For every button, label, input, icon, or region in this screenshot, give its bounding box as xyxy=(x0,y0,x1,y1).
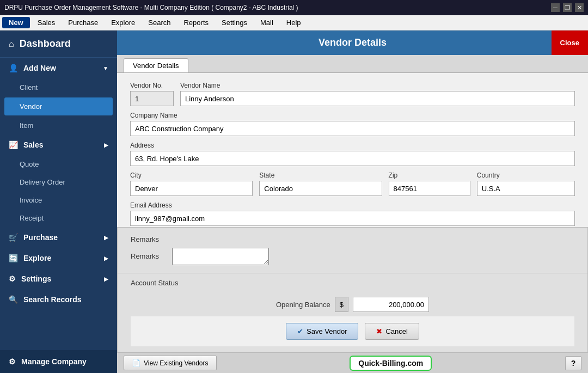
address-group: Address xyxy=(130,142,575,166)
settings-icon xyxy=(9,274,16,283)
remarks-textarea[interactable] xyxy=(172,248,269,265)
close-window-button[interactable]: ✕ xyxy=(575,3,584,12)
menu-explore[interactable]: Explore xyxy=(106,17,140,28)
sidebar-settings-header[interactable]: Settings ▶ xyxy=(0,268,117,289)
window-controls: ─ ❐ ✕ xyxy=(551,3,584,12)
opening-balance-label: Opening Balance xyxy=(276,301,330,309)
app-title: DRPU Purchase Order Management Software … xyxy=(4,4,298,11)
opening-balance-row: Opening Balance $ xyxy=(131,292,574,316)
search-records-label: Search Records xyxy=(23,295,82,304)
sidebar-sales-header[interactable]: Sales ▶ xyxy=(0,134,117,155)
menu-sales[interactable]: Sales xyxy=(32,17,61,28)
sidebar-dashboard[interactable]: Dashboard xyxy=(0,30,117,58)
home-icon xyxy=(9,38,14,50)
panel-title: Vendor Details xyxy=(318,37,387,48)
vendor-no-name-row: Vendor No. Vendor Name xyxy=(130,82,575,106)
account-status-title: Account Status xyxy=(131,279,574,287)
email-row: Email Address xyxy=(130,201,575,226)
sidebar-manage-company[interactable]: Manage Company xyxy=(0,350,117,373)
vendor-name-group: Vendor Name xyxy=(180,82,575,106)
sales-icon xyxy=(9,140,18,149)
sidebar: Dashboard Add New ▼ Client Vendor Item xyxy=(0,30,117,373)
cancel-button[interactable]: Cancel xyxy=(365,323,419,340)
email-input[interactable] xyxy=(130,211,575,226)
sidebar-item-receipt[interactable]: Receipt xyxy=(0,209,117,227)
menu-search[interactable]: Search xyxy=(143,17,176,28)
quick-billing-badge: Quick-Billing.com xyxy=(350,356,432,371)
restore-button[interactable]: ❐ xyxy=(563,3,572,12)
vendor-name-input[interactable] xyxy=(180,91,575,106)
email-group: Email Address xyxy=(130,201,575,226)
action-buttons-row: Save Vendor Cancel xyxy=(131,316,574,346)
sidebar-item-vendor[interactable]: Vendor xyxy=(4,97,113,115)
sidebar-explore-section: Explore ▶ xyxy=(0,248,117,268)
menu-bar: New Sales Purchase Explore Search Report… xyxy=(0,15,588,30)
close-panel-button[interactable]: Close xyxy=(552,30,588,55)
sidebar-purchase-header[interactable]: Purchase ▶ xyxy=(0,227,117,248)
remarks-section: Remarks Remarks xyxy=(117,227,588,273)
sidebar-item-quote[interactable]: Quote xyxy=(0,155,117,173)
zip-input[interactable] xyxy=(389,181,470,196)
account-status-section: Account Status Opening Balance $ Save Ve… xyxy=(117,273,588,352)
explore-arrow: ▶ xyxy=(104,255,108,261)
minimize-button[interactable]: ─ xyxy=(551,3,560,12)
vendor-no-label: Vendor No. xyxy=(130,82,174,89)
country-label: Country xyxy=(477,172,575,179)
remarks-section-title: Remarks xyxy=(131,235,574,243)
address-label: Address xyxy=(130,142,575,149)
address-input[interactable] xyxy=(130,151,575,166)
country-group: Country xyxy=(477,172,575,196)
menu-help[interactable]: Help xyxy=(281,17,307,28)
purchase-icon xyxy=(9,233,18,242)
sidebar-item-item[interactable]: Item xyxy=(0,117,117,134)
sales-arrow: ▶ xyxy=(104,142,108,148)
panel-header: Vendor Details Close xyxy=(117,30,588,55)
menu-purchase[interactable]: Purchase xyxy=(63,17,103,28)
opening-balance-input[interactable] xyxy=(353,297,429,312)
state-group: State xyxy=(259,172,382,196)
sidebar-item-client[interactable]: Client xyxy=(0,78,117,96)
save-vendor-button[interactable]: Save Vendor xyxy=(286,323,358,340)
purchase-arrow: ▶ xyxy=(104,235,108,241)
state-input[interactable] xyxy=(259,181,382,196)
explore-label: Explore xyxy=(23,254,51,262)
view-vendors-label: View Existing Vendors xyxy=(144,359,209,367)
manage-company-label: Manage Company xyxy=(21,357,87,366)
menu-new[interactable]: New xyxy=(2,17,30,28)
remarks-inner: Remarks xyxy=(131,248,574,265)
city-input[interactable] xyxy=(130,181,253,196)
sidebar-search-header[interactable]: Search Records xyxy=(0,289,117,310)
menu-settings[interactable]: Settings xyxy=(216,17,253,28)
content-area: Vendor Details Close Vendor Details Vend… xyxy=(117,30,588,373)
country-input[interactable] xyxy=(477,181,575,196)
title-bar: DRPU Purchase Order Management Software … xyxy=(0,0,588,15)
email-label: Email Address xyxy=(130,201,575,209)
tab-vendor-details[interactable]: Vendor Details xyxy=(124,58,188,72)
sidebar-item-delivery-order[interactable]: Delivery Order xyxy=(0,173,117,191)
company-name-input[interactable] xyxy=(130,121,575,136)
explore-icon xyxy=(9,254,18,262)
company-name-row: Company Name xyxy=(130,112,575,136)
manage-icon xyxy=(9,357,16,366)
menu-reports[interactable]: Reports xyxy=(178,17,214,28)
sidebar-add-new-header[interactable]: Add New ▼ xyxy=(0,58,117,78)
view-existing-vendors-button[interactable]: View Existing Vendors xyxy=(124,356,217,370)
bottom-bar: View Existing Vendors Quick-Billing.com … xyxy=(117,352,588,373)
vendor-panel: Vendor Details Close Vendor Details Vend… xyxy=(117,30,588,352)
city-label: City xyxy=(130,172,253,179)
vendor-no-input[interactable] xyxy=(130,91,174,106)
purchase-label: Purchase xyxy=(23,233,58,242)
city-state-zip-country-row: City State Zip Country xyxy=(130,172,575,196)
vendor-name-label: Vendor Name xyxy=(180,82,575,89)
save-label: Save Vendor xyxy=(307,327,347,335)
remarks-label: Remarks xyxy=(131,248,163,260)
menu-mail[interactable]: Mail xyxy=(255,17,279,28)
help-button[interactable]: ? xyxy=(565,356,581,370)
address-row: Address xyxy=(130,142,575,166)
sidebar-purchase-section: Purchase ▶ xyxy=(0,227,117,248)
sidebar-search-section: Search Records xyxy=(0,289,117,310)
add-new-arrow: ▼ xyxy=(103,65,108,71)
company-name-group: Company Name xyxy=(130,112,575,136)
sidebar-item-invoice[interactable]: Invoice xyxy=(0,191,117,209)
sidebar-explore-header[interactable]: Explore ▶ xyxy=(0,248,117,268)
